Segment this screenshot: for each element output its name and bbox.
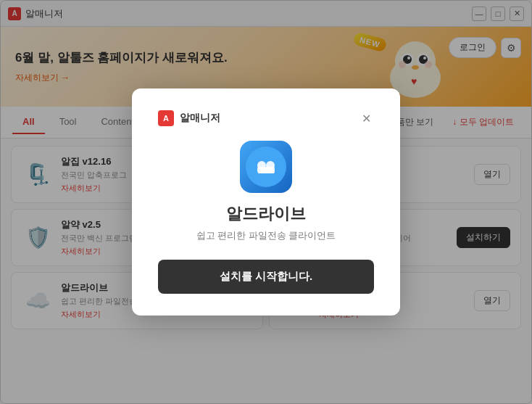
modal-title-icon: A: [158, 110, 174, 126]
modal-dialog: A 알매니저 ✕ ☁ 알드라이브 쉽고 편리한 파일전송 클라이언트 설치를 시…: [132, 88, 400, 316]
modal-app-desc: 쉽고 편리한 파일전송 클라이언트: [196, 229, 336, 242]
modal-app-name: 알드라이브: [226, 203, 306, 225]
modal-close-button[interactable]: ✕: [358, 110, 374, 126]
modal-overlay[interactable]: A 알매니저 ✕ ☁ 알드라이브 쉽고 편리한 파일전송 클라이언트 설치를 시…: [0, 0, 532, 404]
modal-install-button[interactable]: 설치를 시작합니다.: [158, 260, 374, 294]
modal-title-text: 알매니저: [180, 112, 358, 125]
modal-title-bar: A 알매니저 ✕: [158, 110, 374, 126]
app-icon-svg: ☁: [246, 147, 286, 187]
svg-rect-16: [257, 167, 275, 173]
modal-app-icon: ☁: [240, 141, 292, 193]
